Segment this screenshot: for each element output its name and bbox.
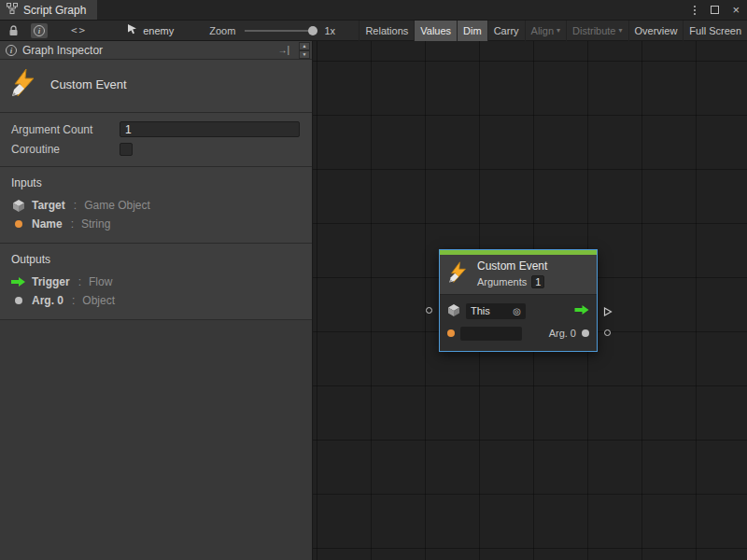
graph-breadcrumb[interactable]: enemy — [127, 23, 174, 37]
lock-icon[interactable] — [6, 22, 21, 38]
graph-canvas[interactable]: Custom Event Arguments 1 — [313, 41, 747, 560]
target-self-dropdown[interactable]: This ◎ — [466, 303, 526, 319]
cube-icon — [11, 199, 25, 212]
target-icon: ◎ — [513, 306, 521, 316]
inspector-node-title: Custom Event — [50, 77, 127, 91]
custom-event-node[interactable]: Custom Event Arguments 1 — [439, 249, 598, 352]
titlebar: Script Graph × — [0, 0, 747, 21]
toolbar-button-distribute[interactable]: Distribute ▾ — [566, 21, 627, 41]
graph-pointer-icon — [127, 23, 138, 37]
list-item: Trigger:Flow — [0, 273, 312, 291]
toolbar-button-fullscreen[interactable]: Full Screen — [683, 21, 747, 41]
inspected-node-summary: Custom Event — [0, 60, 312, 113]
inputs-title: Inputs — [0, 175, 312, 196]
inspector-empty-area — [0, 320, 312, 560]
graph-name: enemy — [143, 25, 174, 36]
node-settings: Argument Count Coroutine — [0, 113, 312, 167]
inputs-section: Inputs Target:Game Object Name:String — [0, 167, 312, 244]
toolbar-button-dim[interactable]: Dim — [457, 21, 487, 41]
inspector-title: Graph Inspector — [22, 44, 272, 57]
window-controls: × — [692, 0, 747, 20]
toolbar-button-carry[interactable]: Carry — [487, 21, 525, 41]
node-body: This ◎ Arg. 0 — [440, 295, 597, 351]
trigger-output-port[interactable] — [603, 306, 613, 319]
object-port-dot-icon — [582, 329, 589, 337]
arg0-label: Arg. 0 — [549, 328, 576, 339]
object-port-dot-icon — [11, 297, 25, 304]
script-graph-tab[interactable]: Script Graph — [0, 0, 97, 20]
event-name-input[interactable] — [460, 327, 522, 341]
inspector-scroll-stepper[interactable]: ▲ ▼ — [299, 42, 310, 59]
coroutine-row: Coroutine — [0, 140, 312, 159]
node-title: Custom Event — [477, 259, 547, 273]
scroll-up-icon[interactable]: ▲ — [299, 42, 310, 50]
argument-count-label: Argument Count — [11, 123, 120, 136]
window-close-icon[interactable]: × — [732, 4, 740, 16]
zoom-value: 1x — [324, 25, 335, 36]
target-input-port[interactable] — [426, 307, 432, 314]
custom-event-icon — [447, 261, 470, 287]
target-port-row: This ◎ — [440, 300, 597, 322]
inspector-header: i Graph Inspector →| ▲ ▼ — [0, 41, 312, 60]
window-menu-icon[interactable] — [692, 4, 698, 17]
node-arguments-row: Arguments 1 — [477, 275, 547, 288]
flow-arrow-icon — [11, 276, 25, 287]
cube-icon — [447, 303, 460, 319]
chevron-down-icon: ▾ — [557, 26, 560, 35]
list-item: Target:Game Object — [0, 196, 312, 215]
toolbar-button-overview[interactable]: Overview — [628, 21, 684, 41]
chevron-down-icon: ▾ — [619, 26, 623, 35]
graph-inspector-panel: i Graph Inspector →| ▲ ▼ Custom Event Ar… — [0, 41, 313, 560]
arg0-output-port[interactable] — [604, 329, 611, 336]
toolbar-button-align[interactable]: Align ▾ — [525, 21, 566, 41]
info-icon: i — [34, 25, 45, 36]
zoom-slider-track — [245, 30, 317, 32]
graph-toolbar: i <> enemy Zoom 1x Relations Values Dim … — [0, 21, 747, 41]
toolbar-button-values[interactable]: Values — [414, 21, 457, 41]
custom-event-icon — [9, 68, 39, 101]
inspector-toggle-icon[interactable]: i — [31, 23, 48, 38]
scroll-down-icon[interactable]: ▼ — [299, 50, 310, 59]
window-maximize-icon[interactable] — [711, 6, 719, 14]
list-item: Arg. 0:Object — [0, 291, 312, 310]
outputs-section: Outputs Trigger:Flow Arg. 0:Object — [0, 244, 312, 320]
zoom-label: Zoom — [209, 25, 235, 36]
string-port-dot-icon — [447, 329, 455, 337]
code-preview-icon[interactable]: <> — [68, 22, 90, 38]
toolbar-button-group: Relations Values Dim Carry Align ▾ Distr… — [359, 21, 747, 41]
toolbar-button-relations[interactable]: Relations — [359, 21, 414, 41]
outputs-title: Outputs — [0, 251, 312, 273]
zoom-slider-knob[interactable] — [308, 26, 317, 35]
script-graph-icon — [7, 3, 18, 17]
coroutine-checkbox[interactable] — [120, 143, 133, 156]
coroutine-label: Coroutine — [11, 143, 120, 156]
argument-count-row: Argument Count — [0, 119, 312, 140]
zoom-slider[interactable] — [245, 25, 317, 36]
list-item: Name:String — [0, 215, 312, 233]
flow-arrow-icon — [574, 304, 589, 318]
string-port-dot-icon — [11, 220, 25, 228]
argument-count-input[interactable] — [120, 121, 300, 137]
node-header[interactable]: Custom Event Arguments 1 — [440, 255, 597, 295]
dock-inspector-icon[interactable]: →| — [277, 45, 289, 55]
arguments-count-badge[interactable]: 1 — [531, 275, 544, 288]
tab-label: Script Graph — [23, 4, 86, 17]
info-icon: i — [6, 45, 17, 56]
name-arg-port-row: Arg. 0 — [440, 322, 597, 344]
